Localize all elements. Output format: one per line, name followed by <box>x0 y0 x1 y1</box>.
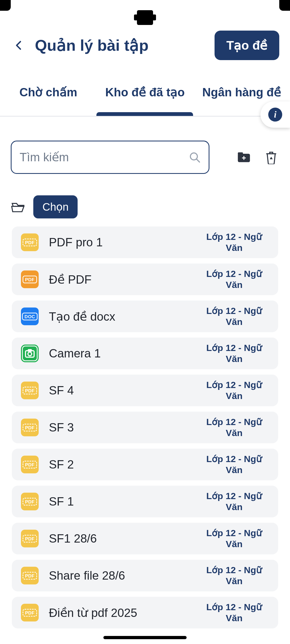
file-meta: Lớp 12 - Ngữ Văn <box>199 528 269 550</box>
file-name: SF1 28/6 <box>49 532 199 545</box>
list-item[interactable]: PDFPDF pro 1Lớp 12 - Ngữ Văn <box>12 226 278 258</box>
tabs: Chờ chấm Kho đề đã tạo Ngân hàng đề <box>0 68 290 116</box>
list-item[interactable]: PDFĐề PDFLớp 12 - Ngữ Văn <box>12 264 278 295</box>
pdf-file-icon: PDF <box>21 419 39 436</box>
file-meta: Lớp 12 - Ngữ Văn <box>199 491 269 513</box>
file-badge: PDF <box>23 609 37 617</box>
pdf-file-icon: PDF <box>21 493 39 510</box>
file-name: SF 3 <box>49 421 199 434</box>
search-field-wrapper <box>11 141 209 174</box>
search-icon <box>189 151 201 163</box>
file-badge: PDF <box>23 424 37 431</box>
file-badge: DOC <box>22 313 37 320</box>
file-badge: PDF <box>23 387 37 394</box>
pdf-file-icon: PDF <box>21 456 39 473</box>
list-item[interactable]: PDFShare file 28/6Lớp 12 - Ngữ Văn <box>12 560 278 591</box>
tab-pending-grading[interactable]: Chờ chấm <box>0 68 97 116</box>
add-folder-button[interactable] <box>236 149 252 165</box>
select-button[interactable]: Chọn <box>33 195 78 218</box>
search-input[interactable] <box>20 151 189 164</box>
create-exam-button[interactable]: Tạo đề <box>215 31 279 60</box>
file-meta: Lớp 12 - Ngữ Văn <box>199 268 269 290</box>
file-name: SF 1 <box>49 495 199 508</box>
search-row <box>0 116 290 185</box>
list-item[interactable]: PDFSF1 28/6Lớp 12 - Ngữ Văn <box>12 523 278 554</box>
file-name: Share file 28/6 <box>49 569 199 582</box>
pdf-file-icon: PDF <box>21 567 39 584</box>
active-tab-indicator <box>96 112 193 116</box>
file-name: Camera 1 <box>49 347 199 360</box>
chevron-left-icon <box>14 41 24 50</box>
file-name: Tạo đề docx <box>49 310 199 323</box>
file-meta: Lớp 12 - Ngữ Văn <box>199 602 269 624</box>
file-name: SF 2 <box>49 458 199 471</box>
file-name: Đề PDF <box>49 273 199 286</box>
file-name: Điền từ pdf 2025 <box>49 606 199 620</box>
status-bar <box>0 0 290 24</box>
camera-notch-icon <box>137 10 153 25</box>
file-meta: Lớp 12 - Ngữ Văn <box>199 231 269 253</box>
file-meta: Lớp 12 - Ngữ Văn <box>199 453 269 475</box>
file-meta: Lớp 12 - Ngữ Văn <box>199 416 269 438</box>
file-name: SF 4 <box>49 384 199 397</box>
list-item[interactable]: PDFSF 1Lớp 12 - Ngữ Văn <box>12 486 278 517</box>
file-badge: PDF <box>23 276 37 283</box>
screen-corner <box>279 0 290 11</box>
file-meta: Lớp 12 - Ngữ Văn <box>199 342 269 364</box>
recycle-bin-button[interactable] <box>263 149 279 165</box>
svg-line-1 <box>197 159 200 162</box>
open-folder-button[interactable] <box>11 200 26 214</box>
pdf-file-icon: PDF <box>21 530 39 547</box>
tab-created-exams[interactable]: Kho đề đã tạo <box>97 68 193 116</box>
list-item[interactable]: Camera 1Lớp 12 - Ngữ Văn <box>12 338 278 369</box>
folder-open-icon <box>11 200 26 213</box>
file-list: PDFPDF pro 1Lớp 12 - Ngữ VănPDFĐề PDFLớp… <box>0 226 290 628</box>
recycle-bin-icon <box>265 150 277 164</box>
file-meta: Lớp 12 - Ngữ Văn <box>199 379 269 401</box>
camera-file-icon <box>21 345 39 362</box>
file-badge: PDF <box>23 498 37 506</box>
file-badge: PDF <box>23 572 37 580</box>
list-item[interactable]: DOCTạo đề docxLớp 12 - Ngữ Văn <box>12 301 278 332</box>
list-item[interactable]: PDFSF 2Lớp 12 - Ngữ Văn <box>12 449 278 480</box>
pdf-file-icon: PDF <box>21 382 39 399</box>
pdf-file-icon: PDF <box>21 604 39 621</box>
list-item[interactable]: PDFSF 4Lớp 12 - Ngữ Văn <box>12 375 278 406</box>
select-row: Chọn <box>0 185 290 226</box>
folder-plus-icon <box>237 151 251 163</box>
home-indicator <box>103 636 187 639</box>
file-name: PDF pro 1 <box>49 236 199 249</box>
info-button[interactable] <box>260 101 290 128</box>
back-button[interactable] <box>11 37 27 53</box>
pdf-file-icon: PDF <box>21 270 39 288</box>
info-icon <box>268 108 282 122</box>
doc-file-icon: DOC <box>21 308 39 325</box>
svg-point-7 <box>28 352 32 356</box>
file-badge: PDF <box>23 535 37 543</box>
screen-corner <box>0 0 11 11</box>
list-item[interactable]: PDFSF 3Lớp 12 - Ngữ Văn <box>12 412 278 443</box>
file-meta: Lớp 12 - Ngữ Văn <box>199 305 269 327</box>
file-badge: PDF <box>23 239 37 246</box>
page-title: Quản lý bài tập <box>35 36 215 54</box>
header: Quản lý bài tập Tạo đề <box>0 24 290 68</box>
file-badge: PDF <box>23 461 37 469</box>
list-item[interactable]: PDFĐiền từ pdf 2025Lớp 12 - Ngữ Văn <box>12 597 278 628</box>
file-meta: Lớp 12 - Ngữ Văn <box>199 565 269 587</box>
svg-rect-3 <box>238 152 243 155</box>
pdf-file-icon: PDF <box>21 233 39 251</box>
